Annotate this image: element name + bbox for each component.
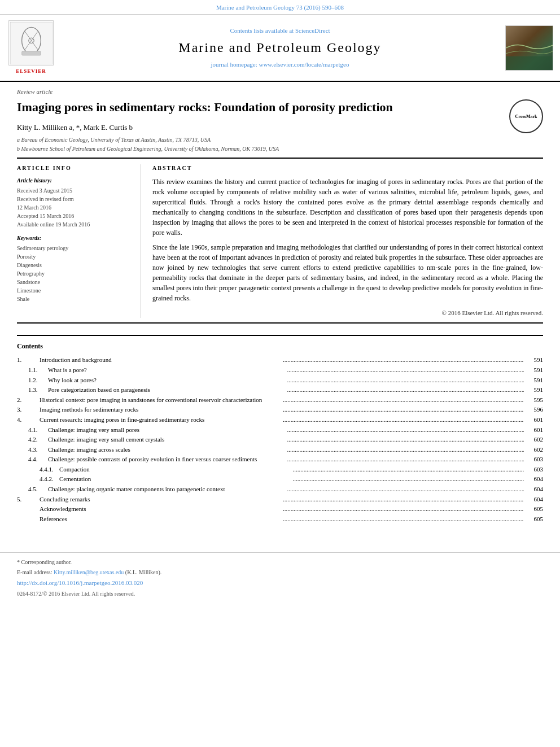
abstract-text: This review examines the history and cur… bbox=[152, 177, 543, 303]
article-title: Imaging pores in sedimentary rocks: Foun… bbox=[17, 99, 543, 116]
elsevier-emblem bbox=[8, 20, 54, 65]
toc-title: Current research: imaging pores in fine-… bbox=[40, 415, 281, 425]
footer: * Corresponding author. E-mail address: … bbox=[0, 552, 560, 597]
online-date: Available online 19 March 2016 bbox=[17, 221, 132, 229]
toc-page: 603 bbox=[526, 465, 543, 475]
toc-title: Compaction bbox=[59, 465, 291, 475]
sciencedirect-link[interactable]: ScienceDirect bbox=[295, 27, 330, 34]
abstract-label: Abstract bbox=[152, 164, 543, 172]
svg-rect-4 bbox=[21, 51, 41, 55]
toc-title: Pore categorization based on paragenesis bbox=[48, 385, 285, 395]
keyword-7: Shale bbox=[17, 295, 132, 303]
article-info-abstract: Article Info Article history: Received 3… bbox=[17, 164, 543, 317]
toc-title: Imaging methods for sedimentary rocks bbox=[40, 405, 281, 415]
copyright-line: © 2016 Elsevier Ltd. All rights reserved… bbox=[152, 309, 543, 317]
abstract-divider bbox=[17, 322, 543, 324]
header-center: Contents lists available at ScienceDirec… bbox=[62, 20, 498, 75]
contents-section: Contents 1. Introduction and background … bbox=[17, 335, 543, 525]
toc-title: Challenge: imaging very small pores bbox=[48, 425, 285, 435]
toc-num: 4.3. bbox=[17, 445, 48, 455]
toc-num: 4.4.2. bbox=[17, 474, 59, 484]
toc-row: 4.5. Challenge: placing organic matter c… bbox=[17, 484, 543, 495]
toc-dots bbox=[283, 355, 524, 365]
toc-dots bbox=[283, 395, 524, 405]
toc-page: 601 bbox=[526, 425, 543, 435]
history-label: Article history: bbox=[17, 177, 132, 185]
toc-page: 605 bbox=[526, 504, 543, 514]
elsevier-brand: ELSEVIER bbox=[16, 68, 46, 75]
toc-title: Challenge: imaging very small cement cry… bbox=[48, 435, 285, 445]
article-type: Review article bbox=[17, 88, 543, 96]
toc-dots bbox=[283, 415, 524, 425]
toc-num: 4.2. bbox=[17, 435, 48, 445]
toc-row: 2. Historical context: pore imaging in s… bbox=[17, 395, 543, 405]
elsevier-logo-area: ELSEVIER bbox=[0, 20, 62, 75]
title-divider bbox=[17, 158, 543, 159]
toc-num: 5. bbox=[17, 495, 40, 505]
header-image-right bbox=[498, 20, 560, 75]
main-content: Review article Imaging pores in sediment… bbox=[0, 82, 560, 535]
journal-reference: Marine and Petroleum Geology 73 (2016) 5… bbox=[216, 4, 344, 11]
toc-container: 1. Introduction and background 591 1.1. … bbox=[17, 355, 543, 524]
toc-page: 605 bbox=[526, 514, 543, 525]
toc-title: Cementation bbox=[59, 474, 291, 484]
toc-num: 4.1. bbox=[17, 425, 48, 435]
revised-date: 12 March 2016 bbox=[17, 204, 132, 212]
toc-page: 591 bbox=[526, 375, 543, 386]
toc-page: 591 bbox=[526, 385, 543, 395]
toc-num: 1.1. bbox=[17, 365, 48, 375]
toc-page: 591 bbox=[526, 365, 543, 375]
journal-title-main: Marine and Petroleum Geology bbox=[178, 38, 381, 58]
toc-page: 595 bbox=[526, 395, 543, 405]
toc-dots bbox=[283, 405, 524, 415]
toc-num bbox=[17, 504, 40, 514]
toc-dots bbox=[287, 425, 524, 435]
email-line: E-mail address: Kitty.milliken@beg.utexa… bbox=[17, 569, 543, 576]
toc-page: 604 bbox=[526, 495, 543, 505]
toc-title: What is a pore? bbox=[48, 365, 285, 375]
toc-num: 1.2. bbox=[17, 375, 48, 386]
toc-num: 1. bbox=[17, 355, 40, 365]
contents-label: Contents bbox=[17, 342, 543, 351]
toc-row: 4. Current research: imaging pores in fi… bbox=[17, 415, 543, 425]
abstract-col: Abstract This review examines the histor… bbox=[152, 164, 543, 317]
toc-page: 596 bbox=[526, 405, 543, 415]
toc-row: 1.1. What is a pore? 591 bbox=[17, 365, 543, 375]
header-area: ELSEVIER Contents lists available at Sci… bbox=[0, 15, 560, 82]
toc-row: 4.3. Challenge: imaging across scales 60… bbox=[17, 445, 543, 455]
received-date: Received 3 August 2015 bbox=[17, 187, 132, 195]
toc-num: 4. bbox=[17, 415, 40, 425]
toc-title: Introduction and background bbox=[40, 355, 281, 365]
homepage-url[interactable]: www.elsevier.com/locate/marpetgeo bbox=[259, 61, 349, 68]
toc-num: 4.4. bbox=[17, 455, 48, 465]
toc-dots bbox=[293, 474, 524, 484]
toc-row: 1.3. Pore categorization based on parage… bbox=[17, 385, 543, 395]
doi-link[interactable]: http://dx.doi.org/10.1016/j.marpetgeo.20… bbox=[17, 579, 543, 587]
toc-row: References 605 bbox=[17, 514, 543, 525]
toc-num: 1.3. bbox=[17, 385, 48, 395]
toc-page: 604 bbox=[526, 474, 543, 484]
toc-row: 4.4. Challenge: possible contrasts of po… bbox=[17, 455, 543, 465]
toc-title: Historical context: pore imaging in sand… bbox=[40, 395, 281, 405]
toc-num: 4.5. bbox=[17, 484, 48, 495]
toc-num: 2. bbox=[17, 395, 40, 405]
toc-dots bbox=[287, 455, 524, 465]
abstract-para-1: This review examines the history and cur… bbox=[152, 177, 543, 238]
toc-row: 1. Introduction and background 591 bbox=[17, 355, 543, 365]
toc-dots bbox=[287, 484, 524, 495]
email-address[interactable]: Kitty.milliken@beg.utexas.edu bbox=[54, 569, 124, 575]
toc-dots bbox=[287, 365, 524, 375]
keyword-3: Diagenesis bbox=[17, 261, 132, 269]
authors-line: Kitty L. Milliken a, *, Mark E. Curtis b bbox=[17, 123, 543, 133]
toc-title: References bbox=[40, 514, 281, 525]
toc-num: 4.4.1. bbox=[17, 465, 59, 475]
revised-label: Received in revised form bbox=[17, 195, 132, 203]
crossmark-badge: CrossMark bbox=[509, 99, 543, 133]
toc-row: 4.1. Challenge: imaging very small pores… bbox=[17, 425, 543, 435]
issn-line: 0264-8172/© 2016 Elsevier Ltd. All right… bbox=[17, 590, 543, 598]
email-person: (K.L. Milliken). bbox=[125, 569, 161, 575]
keywords-label: Keywords: bbox=[17, 234, 132, 242]
toc-dots bbox=[283, 495, 524, 505]
toc-row: 4.4.2. Cementation 604 bbox=[17, 474, 543, 484]
journal-cover-image bbox=[505, 25, 553, 71]
